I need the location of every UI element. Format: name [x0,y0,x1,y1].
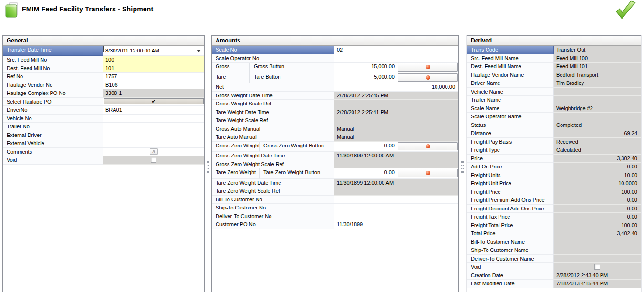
amounts-value-deliver-to-customer-no[interactable] [334,212,458,221]
amounts-value-gross-number[interactable]: 15,000.00 [334,63,398,73]
derived-value-freight-premium-add-ons-price: 0.00 [554,196,641,205]
amounts-label-tare-zero-weight-scale-ref: Tare Zero Weight Scale Ref [212,187,334,196]
general-select-haulage-po-button[interactable]: ✔ [104,98,204,105]
general-value-external-vehicle[interactable] [103,139,204,148]
derived-label-vehicle-name: Vehicle Name [467,88,554,96]
amounts-value-scale-no[interactable]: 02 [334,46,458,54]
amounts-gross-button[interactable] [398,63,458,72]
derived-label-scale-operator-name: Scale Operator Name [467,113,554,121]
general-value-trailer-no[interactable] [103,123,204,131]
derived-label-deliver-to-customer-name: Deliver-To Customer Name [467,255,554,263]
general-editor-transfer-date-time[interactable]: 8/30/2011 12:00:00 AM [103,46,204,55]
amounts-label-gross-button: Gross Button [250,63,334,73]
derived-void-checkbox [594,264,600,270]
derived-label-freight-pay-basis: Freight Pay Basis [467,138,554,146]
derived-label-freight-discount-add-ons-price: Freight Discount Add Ons Price [467,205,554,213]
amounts-tare-button[interactable] [398,73,458,82]
amounts-label-gross-zero-weight-scale-ref: Gross Zero Weight Scale Ref [212,160,334,169]
amounts-label-bill-to-customer-no: Bill-To Customer No [212,196,334,204]
general-void-checkbox[interactable] [151,157,156,163]
amounts-value-gross-zero-weight-date-time: 11/30/1899 12:00:00 AM [334,152,458,160]
panel-splitter[interactable] [205,35,211,292]
amounts-value-ship-to-customer-no[interactable] [334,204,458,212]
amounts-panel-header: Amounts [212,36,458,46]
form-folder-icon [5,2,19,19]
amounts-label-gross-weight-scale-ref: Gross Weight Scale Ref [212,100,334,108]
derived-row-freight-total-price: Freight Total Price100.00 [467,221,641,230]
derived-label-creation-date: Creation Date [467,271,554,280]
general-value-dest-feed-mill-no[interactable]: 101 [103,64,204,73]
general-row-trailer-no: Trailer No [3,123,204,131]
general-row-void: Void [3,156,204,165]
amounts-row-gross-zero-weight: Gross Zero WeightGross Zero Weight Butto… [212,142,458,152]
derived-value-driver-name: Tim Bradley [554,79,641,88]
general-value-src-feed-mill-no[interactable]: 100 [103,56,204,64]
derived-label-price: Price [467,155,554,163]
general-label-external-vehicle: External Vehicle [3,139,103,148]
amounts-value-tare-weight-date-time: 2/28/2012 2:25:41 PM [334,108,458,117]
derived-label-freight-total-price: Freight Total Price [467,221,554,230]
amounts-row-gross-zero-weight-scale-ref: Gross Zero Weight Scale Ref [212,160,458,169]
amounts-row-tare-zero-weight-scale-ref: Tare Zero Weight Scale Ref [212,187,458,196]
derived-value-status: Completed [554,121,641,130]
amounts-value-tare-number[interactable]: 5,000.00 [334,73,398,83]
general-label-driverno: DriverNo [3,106,103,115]
confirm-check-icon[interactable] [613,0,638,21]
amounts-label-tare: Tare [212,73,250,83]
general-row-transfer-date-time: Transfer Date Time8/30/2011 12:00:00 AM [3,46,204,56]
general-value-ref-no[interactable]: 1757 [103,73,204,81]
amounts-label-scale-operator-no: Scale Operator No [212,54,334,63]
derived-value-freight-units: 10.00 [554,171,641,180]
weight-capture-dot-icon [426,171,430,175]
derived-value-total-price: 3,402.40 [554,229,641,238]
amounts-row-scale-no: Scale No02 [212,46,458,54]
derived-label-distance: Distance [467,129,554,138]
amounts-value-tare-zero-weight-date-time: 11/30/1899 12:00:00 AM [334,179,458,188]
amounts-panel: Amounts Scale No02Scale Operator NoGross… [211,35,459,292]
memo-icon[interactable]: a [150,148,158,155]
derived-value-freight-tax-price: 0.00 [554,213,641,221]
derived-row-trans-code: Trans CodeTransfer Out [467,46,641,54]
amounts-gross-zero-weight-button[interactable] [398,142,458,151]
amounts-value-tare-zero-weight-number[interactable]: 0.00 [334,168,398,178]
amounts-row-tare-zero-weight-date-time: Tare Zero Weight Date Time11/30/1899 12:… [212,179,458,188]
derived-value-freight-unit-price: 10.0000 [554,179,641,188]
derived-row-ship-to-customer-name: Ship-To Customer Name [467,246,641,255]
splitter-grip-icon [461,161,464,173]
derived-row-freight-tax-price: Freight Tax Price0.00 [467,213,641,221]
derived-row-freight-pay-basis: Freight Pay BasisReceived [467,138,641,146]
general-value-haulage-vendor-no[interactable]: B106 [103,81,204,90]
splitter-grip-icon [207,161,209,173]
derived-label-bill-to-customer-name: Bill-To Customer Name [467,238,554,247]
panel-splitter[interactable] [459,35,466,292]
amounts-value-bill-to-customer-no[interactable] [334,196,458,204]
amounts-row-gross-weight-scale-ref: Gross Weight Scale Ref [212,100,458,108]
general-value-vehicle-no[interactable] [103,115,204,123]
general-label-select-haulage-po: Select Haulage PO [3,98,103,106]
derived-row-freight-type: Freight TypeCalculated [467,146,641,155]
general-value-driverno[interactable]: BRA01 [103,106,204,115]
derived-value-scale-operator-name [554,113,641,121]
amounts-value-net: 10,000.00 [334,83,458,92]
general-value-haulage-complex-po-no: 3308-1 [103,89,204,98]
general-label-ref-no: Ref No [3,73,103,81]
derived-panel: Derived Trans CodeTransfer OutSrc. Feed … [467,35,641,292]
page-title: FMIM Feed Facility Transfers - Shipment [22,5,153,13]
amounts-value-customer-po-no[interactable]: 11/30/1899 [334,220,458,229]
derived-value-trailer-name [554,96,641,104]
amounts-label-gross-zero-weight-button: Gross Zero Weight Button [260,142,334,152]
general-value-external-driver[interactable] [103,131,204,140]
amounts-value-scale-operator-no[interactable] [334,54,458,63]
derived-row-dest-feed-mill-name: Dest. Feed Mill NameFeed Mill 101 [467,63,641,71]
chevron-down-icon[interactable] [197,50,201,52]
amounts-row-net: Net10,000.00 [212,83,458,92]
derived-row-last-modified-date: Last Modified Date7/18/2013 4:15:44 PM [467,280,641,288]
amounts-row-bill-to-customer-no: Bill-To Customer No [212,196,458,204]
amounts-value-gross-zero-weight-number[interactable]: 0.00 [334,142,398,152]
amounts-tare-zero-weight-button[interactable] [398,169,458,177]
derived-label-total-price: Total Price [467,229,554,238]
amounts-value-tare-weight-scale-ref [334,116,458,125]
derived-value-dest-feed-mill-name: Feed Mill 101 [554,63,641,71]
amounts-label-ship-to-customer-no: Ship-To Customer No [212,204,334,212]
amounts-label-tare-zero-weight: Tare Zero Weight [212,168,260,179]
